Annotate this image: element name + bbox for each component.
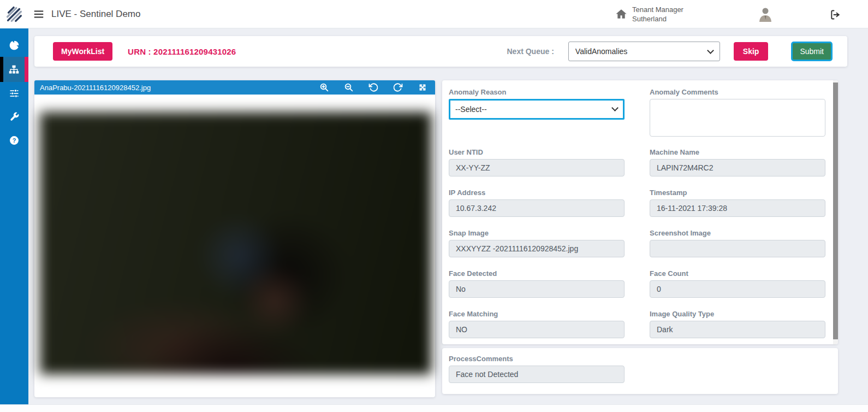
myworklist-button[interactable]: MyWorkList — [53, 42, 112, 61]
sidebar-item-worklist[interactable] — [0, 57, 28, 82]
snap-image-label: Snap Image — [449, 227, 625, 237]
submit-button[interactable]: Submit — [791, 42, 833, 61]
user-ntid-label: User NTID — [449, 146, 625, 156]
snapshot-image[interactable] — [37, 109, 434, 377]
expand-icon[interactable] — [418, 83, 427, 92]
next-queue-select-wrap: ValidAnomalies — [554, 42, 720, 61]
svg-text:?: ? — [13, 137, 16, 144]
image-viewer-tools — [319, 83, 427, 92]
field-face-detected: Face Detected — [449, 267, 625, 308]
field-anomaly-comments: Anomaly Comments — [650, 86, 825, 146]
process-comments-input — [449, 366, 625, 383]
top-bar: LIVE - Sentinel Demo Tenant Manager Suth… — [0, 0, 868, 28]
wrench-icon — [9, 111, 20, 122]
image-viewer-card: AnaPrabu-20211116120928452.jpg — [34, 80, 435, 397]
field-anomaly-reason: Anomaly Reason --Select-- — [449, 86, 625, 146]
next-queue-select[interactable]: ValidAnomalies — [568, 42, 720, 61]
image-quality-input — [650, 321, 825, 338]
face-matching-label: Face Matching — [449, 308, 625, 318]
face-matching-input — [449, 321, 625, 338]
ip-address-label: IP Address — [449, 186, 625, 197]
sutherland-logo-icon — [4, 4, 25, 25]
home-icon[interactable] — [615, 8, 628, 20]
user-avatar-icon[interactable] — [757, 5, 774, 23]
process-comments-label: ProcessComments — [449, 352, 625, 363]
machine-name-input — [650, 159, 825, 176]
tenant-role: Tenant Manager — [632, 5, 683, 14]
sidebar-item-dashboard[interactable] — [0, 33, 28, 58]
face-count-input — [650, 280, 825, 298]
snap-image-input — [449, 240, 625, 257]
logout-icon[interactable] — [830, 9, 841, 20]
field-image-quality: Image Quality Type — [650, 308, 825, 348]
page-title: LIVE - Sentinel Demo — [51, 0, 140, 28]
user-ntid-input — [449, 159, 625, 176]
toolbar-card: MyWorkList URN : 202111161209431026 Next… — [34, 36, 847, 67]
form-scrollbar-thumb[interactable] — [833, 83, 838, 339]
rotate-ccw-icon[interactable] — [368, 83, 378, 92]
anomaly-comments-label: Anomaly Comments — [650, 86, 825, 96]
tenant-info: Tenant Manager Sutherland — [632, 5, 683, 23]
image-quality-label: Image Quality Type — [650, 308, 825, 318]
next-queue-label: Next Queue : — [507, 47, 554, 56]
sidebar-item-tools[interactable] — [0, 104, 28, 129]
screenshot-image-input — [650, 240, 825, 257]
skip-button[interactable]: Skip — [734, 42, 769, 61]
field-ip-address: IP Address — [449, 186, 625, 227]
snapshot-photo-content — [40, 112, 431, 374]
form-scrollbar[interactable] — [833, 80, 838, 344]
urn-text: URN : 202111161209431026 — [128, 47, 236, 56]
app-logo — [0, 0, 28, 28]
field-user-ntid: User NTID — [449, 146, 625, 186]
field-machine-name: Machine Name — [650, 146, 825, 186]
process-comments-card: ProcessComments — [442, 348, 838, 394]
rotate-cw-icon[interactable] — [393, 83, 403, 92]
ip-address-input — [449, 199, 625, 217]
anomaly-comments-textarea[interactable] — [650, 99, 825, 137]
face-detected-input — [449, 280, 625, 298]
anomaly-reason-label: Anomaly Reason — [449, 86, 625, 96]
help-icon: ? — [9, 135, 20, 146]
field-screenshot-image: Screenshot Image — [650, 227, 825, 267]
sitemap-icon — [8, 64, 20, 75]
pie-chart-icon — [9, 40, 20, 51]
timestamp-label: Timestamp — [650, 186, 825, 197]
field-face-matching: Face Matching — [449, 308, 625, 348]
image-viewer-header: AnaPrabu-20211116120928452.jpg — [34, 80, 435, 95]
menu-icon[interactable] — [33, 8, 45, 20]
field-timestamp: Timestamp — [650, 186, 825, 227]
image-filename: AnaPrabu-20211116120928452.jpg — [40, 84, 151, 92]
field-snap-image: Snap Image — [449, 227, 625, 267]
face-detected-label: Face Detected — [449, 267, 625, 278]
sliders-icon — [9, 88, 20, 99]
sidebar-item-settings[interactable] — [0, 81, 28, 106]
tenant-name: Sutherland — [632, 14, 683, 23]
face-count-label: Face Count — [650, 267, 825, 278]
field-process-comments: ProcessComments — [449, 352, 625, 383]
field-face-count: Face Count — [650, 267, 825, 308]
anomaly-form-card: Anomaly Reason --Select-- Anomaly Commen… — [442, 80, 838, 344]
screenshot-image-label: Screenshot Image — [650, 227, 825, 237]
machine-name-label: Machine Name — [650, 146, 825, 156]
sidebar-item-help[interactable]: ? — [0, 128, 28, 153]
zoom-out-icon[interactable] — [344, 83, 354, 92]
anomaly-reason-select[interactable]: --Select-- — [449, 99, 625, 120]
sidebar-nav: ? — [0, 28, 28, 404]
zoom-in-icon[interactable] — [319, 83, 329, 92]
bottom-strip — [0, 404, 868, 412]
timestamp-input — [650, 199, 825, 217]
